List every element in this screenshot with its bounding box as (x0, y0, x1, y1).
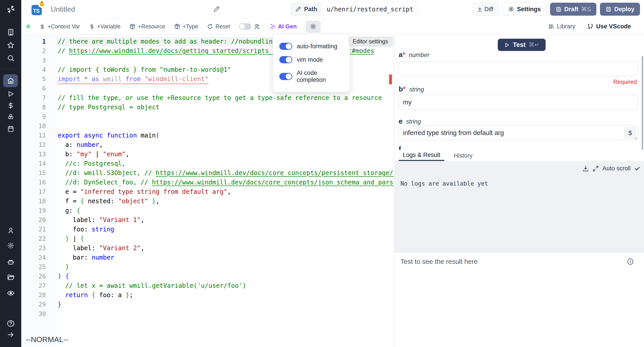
dollar-icon (89, 24, 95, 30)
path-button[interactable]: Path u/henri/restored_script (290, 3, 418, 16)
play-icon (7, 90, 14, 98)
code-line[interactable]: 10 (21, 122, 394, 131)
draft-button[interactable]: Draft ⌘S (550, 3, 596, 16)
test-button[interactable]: Test ⌘↵ (498, 39, 546, 51)
boxes-icon (7, 113, 14, 121)
info-icon[interactable] (626, 258, 634, 266)
check-icon[interactable] (634, 166, 640, 172)
download-icon[interactable] (582, 165, 589, 172)
code-line[interactable]: 11export async function main( (21, 131, 394, 140)
code-line[interactable]: 15 //d: wmill.S3Object, // https://www.w… (21, 168, 394, 178)
code-line[interactable]: 12 a: number, (21, 140, 394, 150)
code-line[interactable]: 23 label: "Variant 2", (21, 244, 394, 253)
expand-icon[interactable] (592, 166, 599, 172)
collapse-rail-button[interactable] (0, 330, 21, 340)
code-line[interactable]: 27 // let x = await wmill.getVariable('u… (21, 281, 394, 290)
nav-audit-logs[interactable] (0, 288, 21, 298)
windmill-logo[interactable] (0, 3, 21, 16)
code-line[interactable]: 7// fill the type, or use the +Resource … (21, 93, 394, 102)
toggle-switch[interactable] (279, 73, 292, 80)
line-number: 1 (21, 37, 46, 46)
nav-variables[interactable] (0, 100, 21, 111)
form-scrollbar[interactable] (642, 56, 643, 150)
package-icon (130, 24, 136, 30)
search-icon[interactable] (0, 53, 21, 63)
tab-logs-result[interactable]: Logs & Result (399, 150, 444, 161)
overview-ruler-error-marker (389, 74, 392, 84)
insert-variable-button[interactable]: $ (624, 127, 636, 139)
nav-account[interactable] (0, 225, 21, 236)
code-line[interactable]: 13 b: "my" | "enum", (21, 150, 394, 159)
field-a-type: number (409, 52, 429, 58)
help-button[interactable] (0, 318, 21, 329)
add-variable-button[interactable]: +Variable (89, 23, 120, 30)
nav-settings[interactable] (0, 240, 21, 251)
field-a-input[interactable] (398, 62, 638, 76)
code-line[interactable]: 30 (21, 309, 394, 318)
code-line[interactable]: 26) { (21, 272, 394, 281)
code-line[interactable]: 25 } (21, 262, 394, 272)
nav-home[interactable] (0, 74, 21, 87)
edit-summary-icon[interactable] (213, 6, 220, 12)
menu-toggle-label: vim mode (297, 56, 323, 63)
toggle-switch[interactable] (279, 43, 292, 50)
add-resource-button[interactable]: +Resource (130, 23, 165, 30)
deploy-button[interactable]: Deploy (600, 3, 640, 16)
building-icon (7, 28, 14, 36)
nav-folders[interactable] (0, 272, 21, 282)
left-nav-rail (0, 0, 21, 347)
settings-button[interactable]: Settings (502, 3, 546, 16)
user-icon (7, 227, 14, 234)
use-vscode-button[interactable]: Use VScode (587, 23, 631, 30)
editor-settings-button[interactable] (306, 20, 321, 33)
robot-icon (7, 258, 14, 266)
reset-button[interactable]: Reset (207, 23, 230, 30)
nav-resources[interactable] (0, 112, 21, 122)
code-line[interactable]: 22 } | { (21, 234, 394, 244)
code-line[interactable]: 24 bar: number (21, 253, 394, 262)
code-line[interactable]: 14 //c: Postgresql, (21, 159, 394, 168)
code-line[interactable]: 28 return { foo: a }; (21, 290, 394, 300)
menu-toggle-label: AI code completion (297, 70, 344, 84)
code-line[interactable]: 19 g: { (21, 206, 394, 215)
code-line[interactable]: 9 (21, 112, 394, 122)
line-number: 17 (21, 187, 46, 196)
workspace-icon[interactable] (0, 27, 21, 37)
required-asterisk: * (402, 51, 405, 58)
line-number: 5 (21, 74, 46, 84)
add-context-var-button[interactable]: +Context Var (39, 23, 80, 30)
folder-icon (7, 274, 14, 281)
add-resource-label: +Resource (138, 23, 165, 30)
add-type-button[interactable]: +Type (174, 23, 198, 30)
line-number: 11 (21, 131, 46, 140)
path-value: u/henri/restored_script (322, 3, 418, 15)
nav-runs[interactable] (0, 88, 21, 99)
library-button[interactable]: Library (548, 23, 575, 30)
code-line[interactable]: 8// type Postgresql = object (21, 102, 394, 112)
favorites-icon[interactable] (0, 40, 21, 50)
top-header: TS 👶 Untitled Path u/henri/restored_scri… (21, 0, 644, 18)
code-line[interactable]: 21 foo: string (21, 225, 394, 234)
line-number: 19 (21, 206, 46, 215)
multiplayer-control[interactable] (239, 23, 260, 30)
nav-schedules[interactable] (0, 124, 21, 134)
code-line[interactable]: 18 f = { nested: "object" }, (21, 196, 394, 206)
multiplayer-toggle[interactable] (239, 23, 251, 30)
nav-workers[interactable] (0, 257, 21, 268)
ai-gen-button[interactable]: AI Gen (269, 23, 297, 30)
draft-label: Draft (564, 6, 578, 13)
add-type-label: +Type (183, 23, 198, 30)
code-line[interactable]: 20 label: "Variant 1", (21, 215, 394, 225)
required-asterisk: * (403, 85, 406, 93)
code-line[interactable]: 29} (21, 300, 394, 309)
code-line[interactable]: 16 //d: DynSelect_foo, // https://www.wi… (21, 178, 394, 187)
line-number: 2 (21, 46, 46, 56)
code-line[interactable]: 17 e = "inferred type string from defaul… (21, 187, 394, 196)
result-area: Test to see the result here (395, 253, 644, 347)
toggle-switch[interactable] (279, 56, 292, 63)
tab-history[interactable]: History (451, 150, 475, 161)
diff-button[interactable]: ± Diff (472, 3, 499, 16)
field-e-value: inferred type string from default arg (403, 129, 504, 136)
field-e-input[interactable]: inferred type string from default arg $ (398, 126, 638, 140)
field-b-input[interactable]: my (398, 94, 638, 110)
